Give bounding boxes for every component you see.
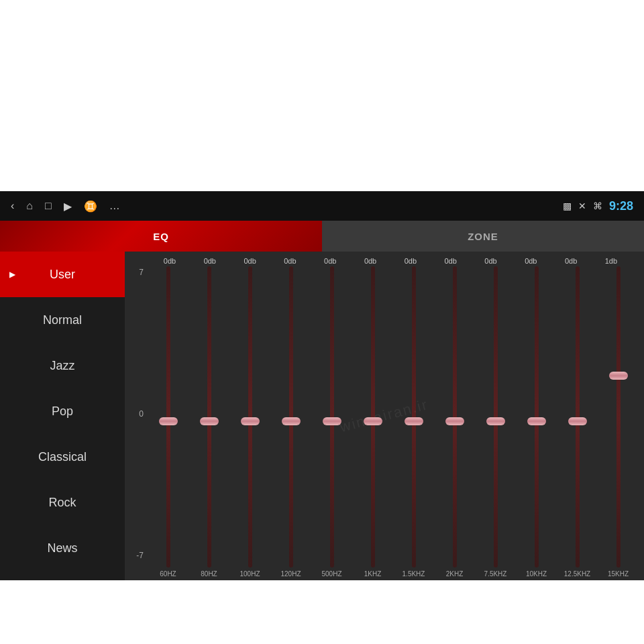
slider-track-area-7.5KHZ xyxy=(475,266,516,568)
slider-col-80HZ: 80HZ xyxy=(189,266,229,580)
slider-track-area-100HZ xyxy=(229,266,270,568)
db-value-1.5KHZ: 0db xyxy=(391,257,430,265)
back-icon[interactable]: ‹ xyxy=(11,200,14,212)
slider-handle-15KHZ[interactable] xyxy=(609,372,628,380)
bluetooth-icon: ✕ xyxy=(578,201,586,211)
slider-track-500HZ xyxy=(330,266,334,568)
slider-track-area-10KHZ xyxy=(516,266,557,568)
db-value-12.5KHZ: 0db xyxy=(551,257,590,265)
slider-handle-100HZ[interactable] xyxy=(241,417,260,425)
camera-icon[interactable]: ▶ xyxy=(64,200,72,213)
sidebar-label-classical: Classical xyxy=(38,450,87,464)
freq-label-500HZ: 500HZ xyxy=(321,568,341,580)
slider-handle-10KHZ[interactable] xyxy=(527,417,546,425)
sidebar-item-rock[interactable]: Rock xyxy=(0,480,125,525)
recents-icon[interactable]: □ xyxy=(45,200,52,212)
slider-col-10KHZ: 10KHZ xyxy=(516,266,557,580)
sidebar-item-jazz[interactable]: Jazz xyxy=(0,343,125,388)
slider-track-1KHZ xyxy=(371,266,375,568)
slider-col-120HZ: 120HZ xyxy=(270,266,311,580)
db-value-120HZ: 0db xyxy=(270,257,309,265)
tab-zone[interactable]: ZONE xyxy=(322,221,644,252)
db-value-7.5KHZ: 0db xyxy=(472,257,511,265)
sliders-container: 60HZ80HZ100HZ120HZ500HZ1KHZ1.5KHZ2KHZ7.5… xyxy=(148,266,639,580)
freq-label-10KHZ: 10KHZ xyxy=(526,568,547,580)
sidebar-item-pop[interactable]: Pop xyxy=(0,388,125,434)
sidebar-item-user[interactable]: User xyxy=(0,252,125,297)
basket-icon[interactable]: ♊ xyxy=(84,200,97,213)
slider-track-area-80HZ xyxy=(189,266,229,568)
slider-track-area-1.5KHZ xyxy=(393,266,434,568)
sidebar-label-news: News xyxy=(47,541,77,555)
db-value-500HZ: 0db xyxy=(311,257,350,265)
wifi-icon: ⌘ xyxy=(593,201,602,211)
freq-label-12.5KHZ: 12.5KHZ xyxy=(564,568,590,580)
slider-col-1KHZ: 1KHZ xyxy=(352,266,393,580)
slider-handle-120HZ[interactable] xyxy=(282,417,301,425)
slider-col-2KHZ: 2KHZ xyxy=(434,266,475,580)
db-labels-row: 0db0db0db0db0db0db0db0db0db0db0db1db xyxy=(130,257,639,265)
scale-bot: -7 xyxy=(130,551,144,560)
slider-handle-500HZ[interactable] xyxy=(323,417,341,425)
sidebar-label-jazz: Jazz xyxy=(50,359,74,373)
status-bar: ‹ ⌂ □ ▶ ♊ … ▩ ✕ ⌘ 9:28 xyxy=(0,191,644,221)
slider-col-1.5KHZ: 1.5KHZ xyxy=(393,266,434,580)
tab-eq[interactable]: EQ xyxy=(0,221,322,252)
slider-col-100HZ: 100HZ xyxy=(229,266,270,580)
db-value-1KHZ: 0db xyxy=(351,257,390,265)
sidebar-item-news[interactable]: News xyxy=(0,525,125,571)
device-frame: ‹ ⌂ □ ▶ ♊ … ▩ ✕ ⌘ 9:28 EQ ZONE User xyxy=(0,191,644,580)
slider-col-500HZ: 500HZ xyxy=(311,266,352,580)
db-value-2KHZ: 0db xyxy=(431,257,470,265)
db-value-60HZ: 0db xyxy=(150,257,189,265)
slider-col-15KHZ: 15KHZ xyxy=(598,266,639,580)
slider-track-1.5KHZ xyxy=(412,266,416,568)
slider-track-area-1KHZ xyxy=(352,266,393,568)
slider-track-15KHZ xyxy=(616,266,621,568)
slider-handle-1KHZ[interactable] xyxy=(364,417,382,425)
scale-mid: 0 xyxy=(130,409,144,419)
slider-handle-2KHZ[interactable] xyxy=(445,417,464,425)
freq-label-120HZ: 120HZ xyxy=(280,568,301,580)
freq-label-7.5KHZ: 7.5KHZ xyxy=(484,568,507,580)
eq-panel: wincairan.ir 0db0db0db0db0db0db0db0db0db… xyxy=(125,252,644,580)
sidebar-item-normal[interactable]: Normal xyxy=(0,297,125,343)
home-icon[interactable]: ⌂ xyxy=(26,200,33,212)
slider-col-12.5KHZ: 12.5KHZ xyxy=(557,266,598,580)
slider-track-area-2KHZ xyxy=(434,266,475,568)
db-value-15KHZ: 1db xyxy=(592,257,631,265)
sidebar-item-classical[interactable]: Classical xyxy=(0,434,125,480)
freq-label-80HZ: 80HZ xyxy=(201,568,217,580)
main-content: User Normal Jazz Pop Classical Rock News xyxy=(0,252,644,580)
slider-track-120HZ xyxy=(289,266,293,568)
slider-handle-1.5KHZ[interactable] xyxy=(405,417,423,425)
status-icons: ▩ ✕ ⌘ 9:28 xyxy=(563,199,633,213)
db-value-80HZ: 0db xyxy=(191,257,229,265)
slider-track-10KHZ xyxy=(535,266,539,568)
nav-icons: ‹ ⌂ □ ▶ ♊ … xyxy=(11,200,120,213)
eq-sliders-area: 7 0 -7 60HZ80HZ100HZ120HZ500HZ1KHZ1.5KHZ… xyxy=(130,266,639,580)
db-value-10KHZ: 0db xyxy=(511,257,550,265)
slider-track-100HZ xyxy=(248,266,252,568)
slider-handle-12.5KHZ[interactable] xyxy=(568,417,587,425)
time-display: 9:28 xyxy=(609,199,633,213)
slider-handle-60HZ[interactable] xyxy=(159,417,178,425)
tab-eq-label: EQ xyxy=(153,231,169,242)
slider-track-area-60HZ xyxy=(148,266,189,568)
slider-col-60HZ: 60HZ xyxy=(148,266,189,580)
freq-label-15KHZ: 15KHZ xyxy=(608,568,629,580)
freq-label-100HZ: 100HZ xyxy=(239,568,260,580)
sidebar-label-user: User xyxy=(50,268,75,282)
slider-track-2KHZ xyxy=(453,266,457,568)
slider-handle-7.5KHZ[interactable] xyxy=(486,417,505,425)
slider-col-7.5KHZ: 7.5KHZ xyxy=(475,266,516,580)
sidebar-label-normal: Normal xyxy=(43,313,82,327)
db-value-100HZ: 0db xyxy=(231,257,270,265)
slider-handle-80HZ[interactable] xyxy=(200,417,219,425)
sidebar-label-rock: Rock xyxy=(48,496,76,510)
scale-labels: 7 0 -7 xyxy=(130,266,148,580)
slider-track-area-12.5KHZ xyxy=(557,266,598,568)
slider-track-12.5KHZ xyxy=(576,266,580,568)
freq-label-2KHZ: 2KHZ xyxy=(446,568,464,580)
more-icon[interactable]: … xyxy=(109,200,120,212)
